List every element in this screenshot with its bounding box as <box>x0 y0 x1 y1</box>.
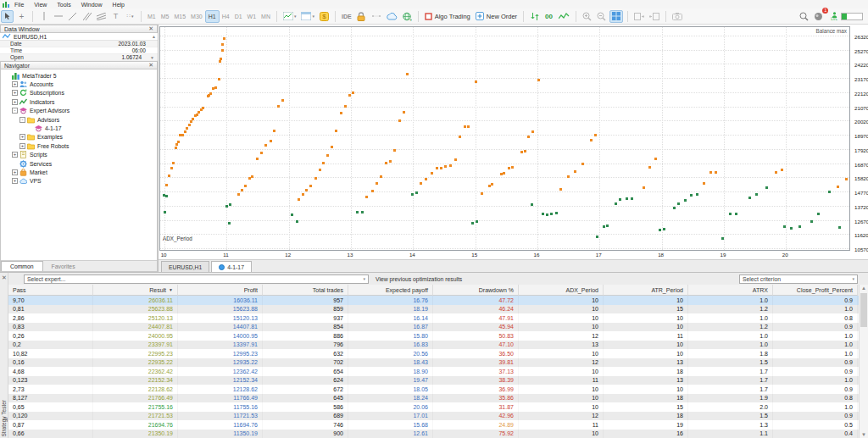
table-row[interactable]: 8,12721766.4911766.4964518.2435.8610181.… <box>8 394 859 403</box>
table-row[interactable]: 0,8125623.8815623.8885918.1946.2410151.2… <box>8 305 859 314</box>
column-header-close-profit-percent[interactable]: Close_Profit_Percent <box>773 285 858 296</box>
table-row[interactable]: 0,12021721.5311721.5368917.0142.9612181.… <box>8 412 859 421</box>
column-header-drawdown-[interactable]: Drawdown % <box>433 285 519 296</box>
column-header-atrx[interactable]: ATRX <box>688 285 773 296</box>
chart-window-button[interactable]: ▾ <box>299 10 316 23</box>
connections-icon[interactable] <box>370 10 383 23</box>
strategy-tester-side-tab[interactable]: ✕ Strategy Tester <box>0 273 8 438</box>
sidebar-item-advisors[interactable]: -Advisors <box>1 115 157 124</box>
sidebar-item-4-1-17[interactable]: 4-1-17 <box>1 124 157 132</box>
scrollbar-up-icon[interactable]: ▲ <box>861 286 866 291</box>
table-row[interactable]: 10,8222995.2312995.2363220.5636.5010101.… <box>8 349 859 358</box>
sidebar-item-expert-advisors[interactable]: -Expert Advisors <box>1 107 157 115</box>
scroll-down-icon[interactable]: ▼ <box>150 55 154 60</box>
deposit-button[interactable]: $ <box>318 10 331 23</box>
tree-expand-toggle[interactable]: + <box>19 134 25 140</box>
cursor-tool-button[interactable] <box>1 10 14 23</box>
table-row[interactable]: 4,6822362.4212362.4265418.9037.1310181.7… <box>8 367 859 376</box>
table-row[interactable]: 0,12322152.3412152.3462419.4738.3911131.… <box>8 376 859 385</box>
data-window-row-date[interactable]: Date2023.01.03 <box>0 41 158 47</box>
tree-expand-toggle[interactable]: - <box>12 108 18 114</box>
menu-item-file[interactable]: File <box>9 2 29 8</box>
equidistant-channel-tool-button[interactable] <box>95 10 108 23</box>
tree-expand-toggle[interactable]: - <box>19 117 25 123</box>
timeframe-m5[interactable]: M5 <box>159 10 172 23</box>
algo-trading-button[interactable]: Algo Trading <box>423 10 472 23</box>
trendline-tool-button[interactable] <box>66 10 79 23</box>
connection-level-indicator[interactable]: LVL <box>831 12 837 21</box>
tree-expand-toggle[interactable]: + <box>12 152 18 158</box>
timeframe-w1[interactable]: W1 <box>245 10 259 23</box>
tree-expand-toggle[interactable]: + <box>12 178 18 184</box>
sidebar-item-accounts[interactable]: +Accounts <box>1 80 157 88</box>
cloud-sync-icon[interactable] <box>385 10 399 23</box>
tree-expand-toggle[interactable]: + <box>12 90 18 96</box>
table-row[interactable]: 2,8625120.1315120.1393716.1447.9110101.0… <box>8 313 859 323</box>
navigator-tab-common[interactable]: Common <box>1 261 43 271</box>
scrollbar-down-icon[interactable]: ▼ <box>861 432 866 437</box>
column-header-expected-payoff[interactable]: Expected payoff <box>348 285 433 296</box>
search-button[interactable] <box>798 10 810 23</box>
data-window-symbol-row[interactable]: EURUSD,H1 ▲ <box>0 33 158 41</box>
timeframe-mn[interactable]: MN <box>259 10 273 23</box>
zoom-in-button[interactable] <box>581 10 593 23</box>
table-row[interactable]: 0,8324407.8114407.8185416.8745.9410101.2… <box>8 323 859 332</box>
menu-item-help[interactable]: Help <box>108 2 130 8</box>
menu-item-view[interactable]: View <box>29 2 52 8</box>
shapes-tool-button[interactable]: ∷▾ <box>124 10 136 23</box>
column-header-total-trades[interactable]: Total trades <box>263 285 348 296</box>
optimization-pause-icon[interactable]: 00 <box>542 10 555 23</box>
screenshot-camera-button[interactable] <box>670 10 684 23</box>
optimization-scatter-plot[interactable]: Balance max ADX_Period <box>159 26 850 251</box>
table-row[interactable]: 0,6521755.1611755.1658620.0631.8710152.0… <box>8 402 859 412</box>
menu-item-window[interactable]: Window <box>76 2 108 8</box>
menu-item-tools[interactable]: Tools <box>52 2 75 8</box>
crosshair-tool-button[interactable]: + <box>15 10 28 23</box>
tile-windows-button[interactable] <box>609 10 623 23</box>
table-row[interactable]: 0,2624000.9514000.9588615.8050.8312111.0… <box>8 331 859 341</box>
timeframe-d1[interactable]: D1 <box>232 10 245 23</box>
table-row[interactable]: 0,223397.9113397.9179616.8347.1013101.01… <box>8 341 859 350</box>
timeframe-h1[interactable]: H1 <box>205 10 220 23</box>
sidebar-item-services[interactable]: Services <box>1 159 157 168</box>
tester-close-icon[interactable]: ✕ <box>2 274 7 281</box>
text-tool-button[interactable]: T <box>109 10 122 23</box>
data-window-row-open[interactable]: Open1.06724▼ <box>0 54 158 61</box>
column-header-pass[interactable]: Pass <box>8 285 93 296</box>
dock-window-left-button[interactable] <box>648 10 661 23</box>
table-row[interactable]: 0,6621350.1911350.1990012.6175.9210161.1… <box>8 430 859 438</box>
column-header-adx-period[interactable]: ADX_Period <box>519 285 604 296</box>
strategy-tester-button[interactable] <box>528 10 541 23</box>
tree-expand-toggle[interactable]: + <box>12 81 18 87</box>
community-globe-icon[interactable]: + <box>401 10 414 23</box>
notifications-button[interactable]: 1 <box>812 10 825 23</box>
select-criterion-dropdown[interactable]: Select criterion ▾ <box>739 274 858 284</box>
column-header-profit[interactable]: Profit <box>178 285 263 296</box>
data-window-titlebar[interactable]: Data Window ✕ <box>0 25 158 33</box>
timeframe-m30[interactable]: M30 <box>188 10 205 23</box>
navigator-tab-favorites[interactable]: Favorites <box>43 261 84 271</box>
zoom-out-button[interactable] <box>595 10 608 23</box>
data-window-row-time[interactable]: Time06:00 <box>0 47 158 54</box>
tree-expand-toggle[interactable]: + <box>19 143 25 149</box>
chart-tab-4-1-17[interactable]: 4-1-17 <box>211 261 252 272</box>
tree-expand-toggle[interactable]: + <box>12 99 18 105</box>
scroll-up-icon[interactable]: ▲ <box>152 34 156 39</box>
scrollbar-thumb[interactable] <box>860 293 867 327</box>
lock-icon[interactable] <box>355 10 368 23</box>
vertical-line-tool-button[interactable] <box>37 10 50 23</box>
column-header-result[interactable]: Result▼ <box>93 285 178 296</box>
tree-expand-toggle[interactable]: + <box>12 169 18 175</box>
new-order-button[interactable]: New Order <box>474 10 519 23</box>
sidebar-item-free-robots[interactable]: +Free Robots <box>1 141 157 150</box>
select-expert-dropdown[interactable]: Select expert... ▾ <box>24 274 369 284</box>
sidebar-item-scripts[interactable]: +Scripts <box>1 151 157 159</box>
horizontal-line-tool-button[interactable] <box>52 10 64 23</box>
sidebar-item-indicators[interactable]: +Indicators <box>1 97 157 106</box>
table-row[interactable]: 2,7322128.6212128.6267218.0536.9910101.7… <box>8 385 859 394</box>
navigator-titlebar[interactable]: Navigator ✕ <box>0 61 158 69</box>
sidebar-item-metatrader-5[interactable]: MetaTrader 5 <box>1 71 157 80</box>
data-window-close-icon[interactable]: ✕ <box>148 25 153 32</box>
timeframe-m15[interactable]: M15 <box>171 10 188 23</box>
dock-window-right-button[interactable] <box>632 10 646 23</box>
